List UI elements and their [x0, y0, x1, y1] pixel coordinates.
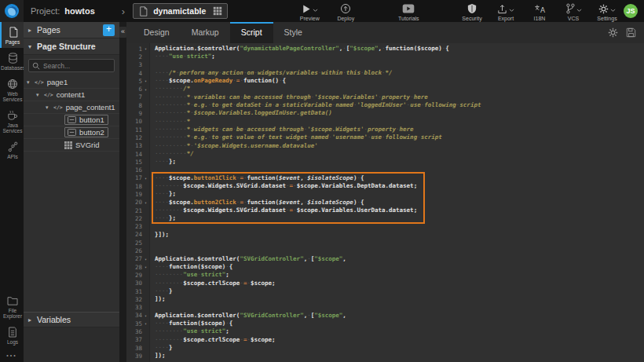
tree-item-page1[interactable]: ▾</>page1 [24, 76, 119, 89]
tree-item-content1[interactable]: ▾</>content1 [24, 89, 119, 101]
fold-marker-icon[interactable]: ▾ [142, 257, 149, 261]
gutter-row: 22 [126, 214, 149, 222]
vcs-button[interactable]: VCS [562, 1, 584, 21]
tree-item-page_content1[interactable]: ▾</>page_content1 [24, 101, 119, 114]
app-logo[interactable] [0, 0, 24, 22]
gutter-row: 23 [126, 223, 149, 231]
tree-item-button2[interactable]: button2 [24, 126, 119, 139]
fold-marker-icon[interactable]: ▾ [142, 321, 149, 326]
export-button[interactable]: Export [495, 1, 517, 21]
code-line[interactable]: ]); [155, 295, 644, 303]
tree-item-button1[interactable]: button1 [24, 114, 119, 126]
line-number: 12 [126, 134, 142, 141]
code-line[interactable]: ····$scope.onPageReady·=·function()·{ [155, 77, 644, 85]
code-line[interactable]: ····$scope.button2Click·=·function($even… [155, 199, 644, 207]
code-line[interactable]: ·········*·widgets·can·be·accessed·throu… [155, 126, 644, 133]
code-line[interactable]: ········$scope.Widgets.SVGrid.dataset·=·… [155, 207, 644, 214]
tab-style[interactable]: Style [273, 22, 313, 43]
settings-button[interactable]: Settings [596, 1, 618, 21]
tutorials-button[interactable]: Tutorials [397, 1, 419, 21]
code-line[interactable]: ········$scope.ctrlScope·=·$scope; [155, 280, 644, 287]
code-line[interactable]: ·········*/ [155, 150, 644, 158]
code-line[interactable]: ········$scope.Widgets.SVGrid.dataset·=·… [155, 182, 644, 190]
overflow-menu-button[interactable]: ••• [0, 348, 24, 362]
code-line[interactable]: ····"use·strict"; [155, 53, 644, 60]
sidebar-item-web-services[interactable]: Web Services [0, 74, 24, 105]
code-line[interactable]: }]); [155, 231, 644, 239]
code-lines[interactable]: Application.$controller("dynamictablePag… [150, 43, 644, 362]
code-line[interactable]: ········"use·strict"; [155, 271, 644, 279]
fold-marker-icon[interactable]: ▾ [142, 79, 149, 83]
fold-marker-icon[interactable]: ▾ [142, 46, 149, 51]
code-line[interactable]: ········"use·strict"; [155, 327, 644, 335]
tree-item-SVGrid[interactable]: SVGrid [24, 139, 119, 152]
code-line[interactable]: ····} [155, 287, 644, 295]
user-avatar[interactable]: JS [624, 4, 638, 18]
code-line[interactable]: ····}; [155, 214, 644, 222]
sidebar-item-file-explorer[interactable]: File Explorer [0, 291, 24, 322]
code-line[interactable]: ·········* [155, 118, 644, 126]
tab-design[interactable]: Design [133, 22, 181, 43]
code-line[interactable]: ····function($scope)·{ [155, 320, 644, 327]
code-line[interactable] [155, 61, 644, 69]
sidebar-item-apis[interactable]: APIs [0, 137, 24, 163]
chevron-down-icon[interactable]: ▾ [36, 92, 44, 98]
page-tab-dynamictable[interactable]: dynamictable [133, 3, 228, 19]
code-line[interactable]: ····} [155, 344, 644, 352]
code-editor[interactable]: 1▾2345▾6▾7891011121314151617▾181920▾2122… [126, 43, 644, 362]
code-line[interactable]: ·········*·variables·can·be·accessed·thr… [155, 93, 644, 101]
i18n-button[interactable]: AI18N [529, 1, 551, 21]
fold-marker-icon[interactable]: ▾ [142, 265, 149, 269]
line-number: 38 [126, 345, 142, 352]
code-line[interactable]: Application.$controller("SVGridControlle… [155, 312, 644, 320]
chevron-down-icon[interactable]: ▾ [27, 79, 35, 86]
sidebar-item-databases[interactable]: Databases [0, 48, 24, 74]
code-line[interactable] [155, 304, 644, 312]
code-line[interactable]: ········$scope.ctrlScope·=·$scope; [155, 336, 644, 344]
preview-button[interactable]: Preview [298, 1, 320, 21]
code-line[interactable]: ····/*·perform·any·action·on·widgets/var… [155, 69, 644, 77]
fold-marker-icon[interactable]: ▾ [142, 176, 149, 181]
variables-section-header[interactable]: ▸ Variables [24, 312, 119, 327]
code-line[interactable]: ·········*·'$scope.Widgets.username.data… [155, 142, 644, 150]
chevron-down-icon[interactable]: ▾ [46, 104, 53, 111]
code-line[interactable]: ····function($scope)·{ [155, 263, 644, 271]
security-button[interactable]: Security [461, 1, 483, 21]
code-line[interactable]: ····$scope.button1Click·=·function($even… [155, 174, 644, 182]
pages-section-header[interactable]: ▸ Pages + [24, 22, 119, 38]
save-button[interactable] [626, 27, 636, 38]
panel-resizer[interactable]: « [119, 22, 126, 362]
sidebar-item-logs[interactable]: Logs [0, 322, 24, 348]
tab-script[interactable]: Script [230, 22, 273, 43]
page-structure-header[interactable]: ▾ Page Structure [24, 38, 119, 55]
code-line[interactable]: ·········*·$scope.Variables.loggedInUser… [155, 109, 644, 117]
grid-icon[interactable] [213, 6, 222, 16]
line-number: 4 [126, 70, 142, 77]
line-number: 2 [126, 53, 142, 60]
code-line[interactable]: ]); [155, 352, 644, 360]
code-line[interactable]: ········/* [155, 85, 644, 93]
line-number: 32 [126, 296, 142, 303]
sidebar-item-pages[interactable]: Pages [0, 22, 24, 48]
code-line[interactable]: Application.$controller("SVGridControlle… [155, 255, 644, 263]
code-line[interactable]: ·········*·e.g.·to·get·dataSet·in·a·stat… [155, 101, 644, 109]
sidebar-item-java-services[interactable]: Java Services [0, 105, 24, 137]
code-line[interactable]: ····}; [155, 158, 644, 166]
code-line[interactable] [155, 223, 644, 231]
add-page-button[interactable]: + [103, 24, 115, 36]
code-line[interactable] [155, 247, 644, 254]
code-line[interactable]: Application.$controller("dynamictablePag… [155, 45, 644, 53]
code-line[interactable]: ····}; [155, 190, 644, 198]
search-box[interactable] [28, 59, 115, 72]
fold-marker-icon[interactable]: ▾ [142, 87, 149, 92]
fold-marker-icon[interactable]: ▾ [142, 313, 149, 318]
search-input[interactable] [43, 62, 111, 70]
code-line[interactable] [155, 239, 644, 247]
tab-markup[interactable]: Markup [181, 22, 230, 43]
script-settings-button[interactable] [608, 27, 618, 38]
fold-marker-icon[interactable]: ▾ [142, 200, 149, 205]
collapse-panel-button[interactable]: « [119, 27, 126, 38]
code-line[interactable] [155, 166, 644, 174]
code-line[interactable]: ·········*·e.g.·to·get·value·of·text·wid… [155, 133, 644, 141]
deploy-button[interactable]: Deploy [335, 1, 357, 21]
